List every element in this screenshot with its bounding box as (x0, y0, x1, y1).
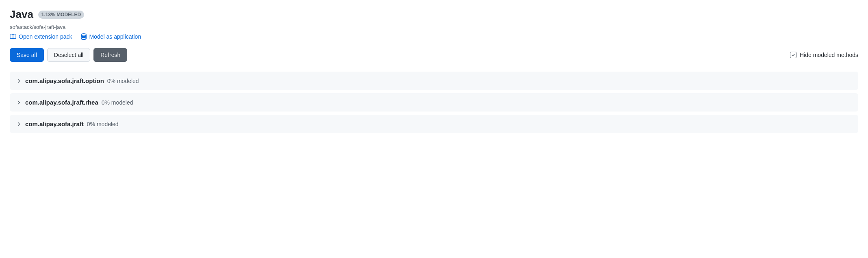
hide-modeled-checkbox-area[interactable]: Hide modeled methods (790, 52, 858, 58)
links-row: Open extension pack Model as application (10, 33, 858, 40)
list-item[interactable]: com.alipay.sofa.jraft 0% modeled (10, 115, 858, 133)
list-item[interactable]: com.alipay.sofa.jraft.rhea 0% modeled (10, 93, 858, 112)
hide-modeled-checkbox[interactable] (790, 52, 796, 58)
toolbar-left: Save all Deselect all Refresh (10, 48, 127, 62)
book-icon (10, 33, 16, 40)
chevron-right-icon (16, 122, 21, 127)
list-item[interactable]: com.alipay.sofa.jraft.option 0% modeled (10, 72, 858, 90)
package-name: com.alipay.sofa.jraft.rhea 0% modeled (25, 99, 133, 106)
package-name: com.alipay.sofa.jraft.option 0% modeled (25, 77, 139, 84)
modeled-badge: 1.13% MODELED (38, 11, 84, 19)
repo-name: sofastack/sofa-jraft-java (10, 24, 858, 30)
package-name: com.alipay.sofa.jraft 0% modeled (25, 120, 119, 127)
open-extension-pack-label: Open extension pack (19, 33, 72, 40)
save-all-button[interactable]: Save all (10, 48, 44, 62)
open-extension-pack-link[interactable]: Open extension pack (10, 33, 72, 40)
header-row: Java 1.13% MODELED (10, 8, 858, 21)
page-title: Java (10, 8, 33, 21)
package-list: com.alipay.sofa.jraft.option 0% modeled … (10, 72, 858, 133)
hide-modeled-label: Hide modeled methods (800, 52, 858, 58)
toolbar-row: Save all Deselect all Refresh Hide model… (10, 48, 858, 62)
toolbar-right: Hide modeled methods (790, 52, 858, 58)
refresh-button[interactable]: Refresh (93, 48, 127, 62)
chevron-right-icon (16, 79, 21, 83)
chevron-right-icon (16, 100, 21, 105)
deselect-all-button[interactable]: Deselect all (47, 48, 90, 62)
model-as-application-label: Model as application (89, 33, 141, 40)
database-icon (80, 33, 87, 40)
model-as-application-link[interactable]: Model as application (80, 33, 141, 40)
